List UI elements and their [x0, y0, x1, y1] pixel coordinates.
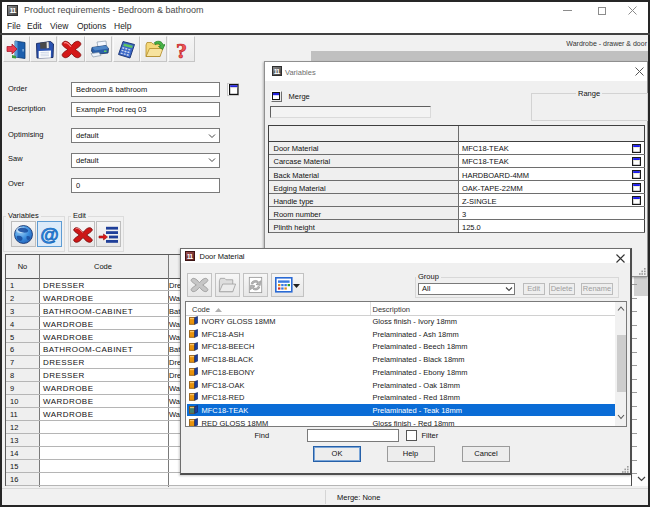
svg-text:@: @ [40, 224, 59, 245]
svg-text:?: ? [176, 39, 187, 60]
